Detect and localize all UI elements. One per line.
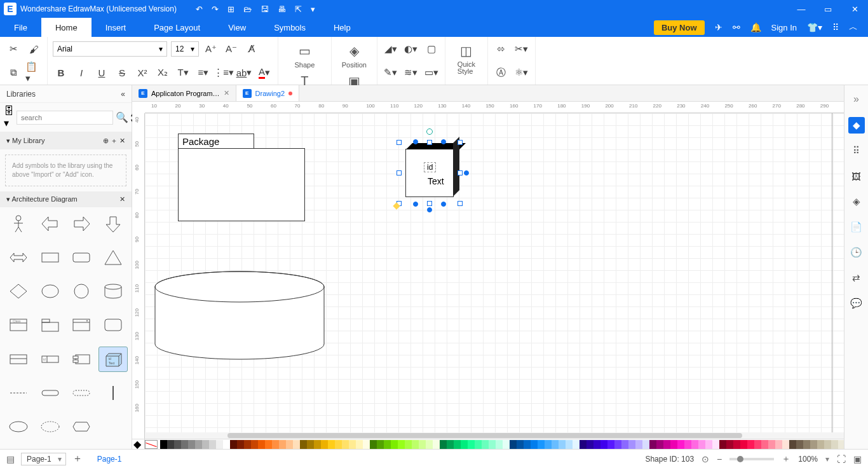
color-swatch[interactable]	[461, 440, 468, 449]
layers-panel-icon[interactable]: ◈	[848, 193, 865, 210]
color-swatch[interactable]	[279, 440, 286, 449]
fullscreen-icon[interactable]: ▣	[853, 454, 862, 464]
color-swatch[interactable]	[377, 440, 384, 449]
save-icon[interactable]: 🖫	[261, 4, 269, 14]
color-swatch[interactable]	[698, 440, 705, 449]
shape-rect[interactable]	[36, 245, 65, 270]
superscript-icon[interactable]: X²	[134, 64, 151, 81]
color-swatch[interactable]	[593, 440, 600, 449]
cut-icon[interactable]: ✂	[5, 41, 22, 57]
shape-triangle[interactable]	[98, 245, 128, 270]
bold-icon[interactable]: B	[53, 64, 69, 81]
shape-dashed-line[interactable]	[4, 380, 33, 406]
shape-pill[interactable]	[36, 380, 65, 406]
color-swatch[interactable]	[468, 440, 475, 449]
bell-icon[interactable]: 🔔	[750, 22, 761, 32]
color-swatch[interactable]	[447, 440, 454, 449]
shape-vline[interactable]	[98, 380, 128, 406]
theme-panel-icon[interactable]: ◆	[848, 117, 865, 134]
color-swatch[interactable]	[580, 440, 587, 449]
tab-file[interactable]: File	[0, 18, 41, 37]
same-width-icon[interactable]: ⬄	[493, 41, 510, 57]
color-swatch[interactable]	[370, 440, 377, 449]
redo-icon[interactable]: ↷	[212, 4, 219, 14]
shape-hex[interactable]	[67, 414, 97, 439]
color-swatch[interactable]	[587, 440, 593, 449]
resize-handle-s1[interactable]	[413, 202, 418, 207]
color-swatch[interactable]	[670, 440, 677, 449]
color-swatch[interactable]	[789, 440, 796, 449]
color-swatch[interactable]	[216, 440, 223, 449]
color-swatch[interactable]	[496, 440, 503, 449]
canvas-selected-cube[interactable]: id Text	[399, 142, 460, 203]
buy-now-button[interactable]: Buy Now	[654, 20, 705, 35]
comment-panel-icon[interactable]: 💬	[848, 295, 865, 312]
color-swatch[interactable]	[209, 440, 216, 449]
crop-icon[interactable]: ✂▾	[513, 41, 530, 57]
undo-icon[interactable]: ↶	[196, 4, 203, 14]
color-swatch[interactable]	[321, 440, 328, 449]
resize-handle-n1[interactable]	[413, 139, 418, 144]
fit-page-icon[interactable]: ⛶	[837, 454, 846, 464]
color-swatch[interactable]	[803, 440, 810, 449]
color-swatch[interactable]	[607, 440, 614, 449]
page-selector[interactable]: Page-1	[21, 453, 66, 465]
shrink-font-icon[interactable]: A⁻	[223, 41, 240, 57]
color-swatch[interactable]	[202, 440, 209, 449]
zoom-slider[interactable]	[729, 458, 774, 460]
paste-icon[interactable]: 📋▾	[25, 64, 42, 81]
tab-help[interactable]: Help	[320, 18, 365, 37]
color-swatch[interactable]	[167, 440, 174, 449]
tab-home[interactable]: Home	[41, 18, 92, 37]
color-swatch[interactable]	[531, 440, 538, 449]
clear-format-icon[interactable]: A̸	[243, 41, 260, 57]
shape-label-rect[interactable]: id	[36, 347, 65, 372]
collapse-libraries-icon[interactable]: «	[121, 90, 125, 99]
resize-handle-n2[interactable]	[441, 139, 446, 144]
color-swatch[interactable]	[314, 440, 321, 449]
qat-more-icon[interactable]: ▾	[311, 4, 315, 14]
color-swatch[interactable]	[838, 440, 844, 449]
color-swatch[interactable]	[300, 440, 307, 449]
color-swatch[interactable]	[223, 440, 230, 449]
export-icon[interactable]: ⇱	[295, 4, 302, 14]
color-swatch[interactable]	[817, 440, 824, 449]
quick-style-button[interactable]: ◫Quick Style	[451, 41, 482, 78]
color-swatch[interactable]	[621, 440, 628, 449]
add-page-button[interactable]: ＋	[72, 452, 83, 465]
no-fill-swatch[interactable]	[145, 440, 158, 449]
color-swatch[interactable]	[747, 440, 754, 449]
color-swatch[interactable]	[503, 440, 510, 449]
color-swatch[interactable]	[181, 440, 188, 449]
drawing-canvas[interactable]: Package id	[145, 113, 844, 434]
color-swatch[interactable]	[726, 440, 733, 449]
my-library-section[interactable]: ▾ My Library ⊕ ＋ ✕	[0, 132, 132, 149]
strike-icon[interactable]: S	[114, 64, 130, 81]
shape-circle[interactable]	[67, 279, 97, 304]
color-swatch[interactable]	[642, 440, 649, 449]
color-swatch[interactable]	[628, 440, 635, 449]
shape-diamond[interactable]	[4, 279, 33, 304]
shape-card[interactable]	[98, 312, 128, 338]
color-swatch[interactable]	[810, 440, 817, 449]
shape-header-rect[interactable]	[4, 347, 33, 372]
doc-tab-2[interactable]: E Drawing2	[236, 85, 299, 101]
color-swatch[interactable]	[663, 440, 670, 449]
color-swatch[interactable]	[733, 440, 740, 449]
close-tab-1-icon[interactable]: ✕	[224, 89, 229, 97]
shape-rounded-rect[interactable]	[67, 245, 97, 270]
share-icon[interactable]: ⚯	[733, 22, 740, 32]
line-spacing-icon[interactable]: ≡▾	[195, 64, 212, 81]
color-swatch[interactable]	[188, 440, 195, 449]
color-swatch[interactable]	[174, 440, 181, 449]
color-swatch[interactable]	[195, 440, 202, 449]
color-swatch[interactable]	[656, 440, 663, 449]
font-size-dropdown[interactable]: 12▾	[171, 41, 199, 57]
color-swatch[interactable]	[545, 440, 552, 449]
color-swatch[interactable]	[419, 440, 426, 449]
resize-handle-e[interactable]	[458, 170, 463, 176]
color-swatch[interactable]	[510, 440, 517, 449]
open-icon[interactable]: 🗁	[243, 4, 252, 14]
color-swatch[interactable]	[244, 440, 251, 449]
highlight-icon[interactable]: ab▾	[236, 64, 252, 81]
